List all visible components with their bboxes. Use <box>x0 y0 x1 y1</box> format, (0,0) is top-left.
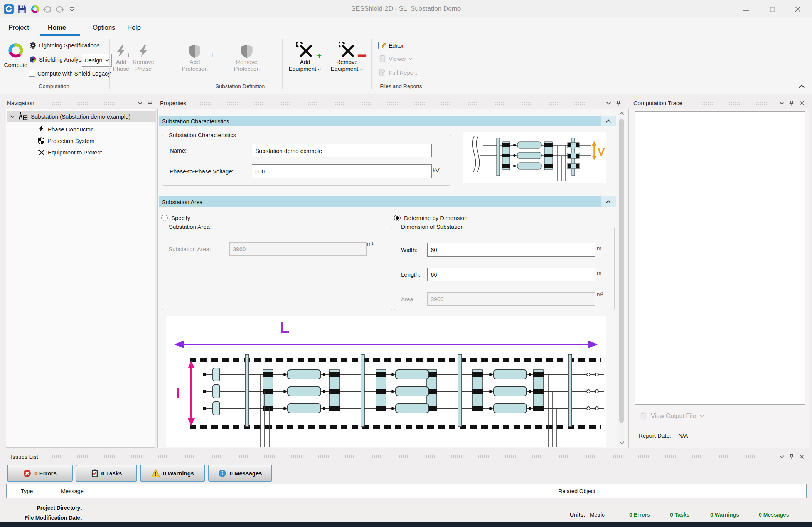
chevron-down-icon[interactable] <box>777 99 786 107</box>
remove-equipment-button[interactable]: ▬ Remove Equipment <box>327 39 367 77</box>
chevron-down-icon[interactable] <box>604 99 613 107</box>
warnings-filter-button[interactable]: 0 Warnings <box>140 465 205 482</box>
chevron-down-icon <box>409 57 413 60</box>
remove-phase-icon: − <box>133 39 154 59</box>
info-icon <box>218 469 226 477</box>
full-report-button: Full Report <box>379 69 417 76</box>
lightning-specifications-button[interactable]: Lightning Specifications <box>29 42 100 49</box>
messages-filter-button[interactable]: 0 Messages <box>208 465 272 482</box>
tab-home[interactable]: Home <box>48 24 66 32</box>
editor-button[interactable]: Editor <box>378 41 404 50</box>
width-label: Width: <box>401 247 418 253</box>
tree-item-equipment-to-protect[interactable]: Equipment to Protect <box>38 146 102 158</box>
scroll-down-icon <box>619 441 624 445</box>
close-icon[interactable] <box>797 99 806 107</box>
pin-icon[interactable] <box>146 99 154 107</box>
length-input[interactable]: 66 <box>427 268 595 281</box>
status-bar: Project Directory: File Modification Dat… <box>0 500 812 522</box>
voltage-symbol: V <box>598 146 605 158</box>
status-messages-link[interactable]: 0 Messages <box>759 512 789 518</box>
substation-area-label: Substation Area: <box>168 246 211 252</box>
width-unit: m <box>597 245 601 252</box>
section-header-substation-characteristics[interactable]: Substation Characteristics <box>159 116 604 126</box>
name-input[interactable]: Substation demo example <box>252 144 432 157</box>
panel-drag-texture[interactable] <box>686 101 772 105</box>
chevron-expanded-icon[interactable] <box>10 115 15 118</box>
groupbox-label: Substation Area <box>167 223 212 230</box>
taskbar-strip <box>0 522 812 527</box>
panel-drag-texture[interactable] <box>190 101 599 105</box>
substation-area-unit: m² <box>367 241 373 247</box>
substation-area-input: 3960 <box>229 242 367 256</box>
remove-equipment-tools-icon: ▬ <box>327 39 367 59</box>
file-modification-date-label: File Modification Date: <box>3 515 82 521</box>
issues-col-message[interactable]: Message <box>57 484 558 498</box>
add-protection-shield-icon: + <box>175 39 214 59</box>
minimize-button[interactable] <box>740 4 753 15</box>
status-tasks-link[interactable]: 0 Tasks <box>670 512 689 518</box>
chevron-up-icon <box>606 200 611 204</box>
ribbon-tabs: Project Home Options Help <box>0 18 812 37</box>
add-protection-button: + Add Protection <box>175 39 214 77</box>
group-label-substation-definition: Substation Definition <box>202 83 279 89</box>
pin-icon[interactable] <box>614 99 623 107</box>
issues-table-header: Type Message Related Object <box>6 484 807 498</box>
width-input[interactable]: 60 <box>427 243 595 257</box>
computation-trace-output[interactable] <box>635 111 805 405</box>
ribbon: Compute Lightning Specifications Shieldi… <box>0 37 812 94</box>
group-label-files-reports: Files and Reports <box>370 83 432 89</box>
collapse-section-button[interactable] <box>601 116 616 126</box>
pin-icon[interactable] <box>787 99 796 107</box>
add-equipment-tools-icon: + <box>286 39 324 59</box>
issues-col-type[interactable]: Type <box>17 484 61 498</box>
status-warnings-link[interactable]: 0 Warnings <box>710 512 739 518</box>
add-phase-icon: + <box>111 39 131 59</box>
computation-trace-panel: View Output File Report Date: N/A <box>628 109 809 448</box>
add-equipment-button[interactable]: + Add Equipment <box>286 39 324 77</box>
voltage-label: Phase-to-Phase Voltage: <box>170 168 234 175</box>
close-button[interactable] <box>791 4 804 15</box>
tree-item-protection-system[interactable]: Protection System <box>38 135 94 146</box>
groupbox-label: Dimension of Substation <box>399 223 466 230</box>
area-label: Area: <box>401 296 415 302</box>
tree-item-phase-conductor[interactable]: Phase Conductor <box>38 123 93 135</box>
length-label: Length: <box>401 271 420 278</box>
area-input: 3960 <box>427 292 595 306</box>
tree-item-substation[interactable]: Substation (Substation demo example) <box>7 111 156 122</box>
tasks-filter-button[interactable]: 0 Tasks <box>76 465 137 482</box>
status-errors-link[interactable]: 0 Errors <box>629 512 650 518</box>
properties-scrollbar[interactable] <box>617 109 626 447</box>
section-header-substation-area[interactable]: Substation Area <box>159 196 604 207</box>
collapse-section-button[interactable] <box>601 196 616 207</box>
tab-help[interactable]: Help <box>127 24 141 32</box>
compute-shield-legacy-checkbox[interactable] <box>29 70 35 77</box>
window-title: SESShield-2D - SL_Substation Demo <box>0 5 812 13</box>
collapse-ribbon-chevron-icon[interactable] <box>798 84 805 89</box>
units-label: Units: <box>570 512 585 518</box>
tab-project[interactable]: Project <box>8 24 29 32</box>
chevron-up-icon <box>606 119 611 123</box>
specify-radio[interactable] <box>161 215 168 221</box>
compute-shield-legacy-row: Compute with Shield Legacy <box>29 70 111 77</box>
issues-list-panel: 0 Errors 0 Tasks 0 Warnings 0 Messages T… <box>3 451 808 500</box>
issues-col-related-object[interactable]: Related Object <box>554 484 810 498</box>
project-directory-label: Project Directory: <box>3 505 82 511</box>
computation-trace-title: Computation Trace <box>633 100 682 106</box>
scroll-up-icon <box>619 112 624 115</box>
panel-drag-texture[interactable] <box>38 101 130 105</box>
voltage-input[interactable]: 500 <box>252 164 432 178</box>
determine-by-dimension-radio[interactable] <box>394 215 401 221</box>
ribbon-separator <box>159 39 159 89</box>
compute-button[interactable]: Compute <box>3 39 29 77</box>
tab-options[interactable]: Options <box>93 24 115 32</box>
specify-label: Specify <box>171 215 190 221</box>
chevron-down-icon[interactable] <box>136 99 144 107</box>
shielding-analysis-select[interactable]: Design <box>82 54 112 67</box>
maximize-button[interactable] <box>766 4 779 15</box>
remove-phase-button: − Remove Phase <box>133 39 154 77</box>
group-label-computation: Computation <box>23 83 85 89</box>
errors-filter-button[interactable]: 0 Errors <box>7 465 73 482</box>
scrollbar-thumb[interactable] <box>619 119 624 423</box>
viewer-icon <box>379 55 386 62</box>
compute-ring-icon <box>3 39 29 59</box>
